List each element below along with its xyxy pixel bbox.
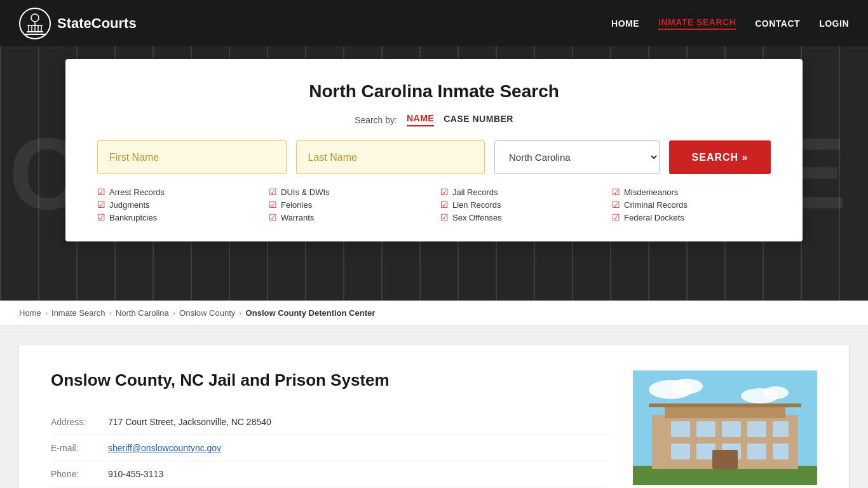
checkbox-criminal-records: ☑ Criminal Records [612,200,771,210]
search-card-title: North Carolina Inmate Search [97,81,771,102]
checkbox-felonies: ☑ Felonies [269,200,428,210]
last-name-input[interactable] [296,140,485,174]
nav-home[interactable]: HOME [611,18,639,29]
breadcrumb-sep-3: › [173,308,175,318]
checkboxes-grid: ☑ Arrest Records ☑ DUIs & DWIs ☑ Jail Re… [97,187,771,222]
tab-case-number[interactable]: CASE NUMBER [444,114,513,126]
building-image [633,370,817,485]
checkbox-label: Federal Dockets [624,213,684,222]
check-icon: ☑ [97,187,105,197]
nav-login[interactable]: LOGIN [819,18,849,29]
page-title: Onslow County, NC Jail and Prison System [51,370,607,390]
check-icon: ☑ [612,187,620,197]
svg-rect-23 [671,444,690,459]
logo[interactable]: StateCourts [19,8,137,39]
check-icon: ☑ [269,212,277,222]
nav-contact[interactable]: CONTACT [755,18,800,29]
checkbox-label: Jail Records [452,187,498,197]
svg-rect-21 [747,421,766,437]
breadcrumb-sep-1: › [45,308,48,318]
check-icon: ☑ [440,200,449,210]
check-icon: ☑ [269,187,277,197]
checkbox-label: Warrants [281,213,314,222]
svg-rect-27 [773,444,789,459]
breadcrumb-nc[interactable]: North Carolina [116,308,169,318]
checkbox-warrants: ☑ Warrants [269,212,428,222]
svg-rect-26 [747,444,766,459]
checkbox-label: Sex Offenses [452,213,502,222]
address-label: Address: [51,409,108,435]
checkbox-misdemeanors: ☑ Misdemeanors [612,187,771,197]
checkbox-lien-records: ☑ Lien Records [440,200,599,210]
svg-point-1 [31,14,39,22]
address-row: Address: 717 Court Street, Jacksonville,… [51,409,607,435]
check-icon: ☑ [97,212,105,222]
svg-rect-22 [773,421,789,437]
nav-inmate-search[interactable]: INMATE SEARCH [658,17,736,30]
content-right [633,370,817,488]
email-link[interactable]: sheriff@onslowcountync.gov [108,443,221,453]
address-value: 717 Court Street, Jacksonville, NC 28540 [108,409,607,435]
checkbox-federal-dockets: ☑ Federal Dockets [612,212,771,222]
hero-section: COURTHOUSE North Carolina Inmate Search … [0,46,868,301]
tab-name[interactable]: NAME [407,113,434,126]
breadcrumb-inmate-search[interactable]: Inmate Search [51,308,105,318]
main-content: Onslow County, NC Jail and Prison System… [0,326,868,488]
content-card: Onslow County, NC Jail and Prison System… [19,345,849,488]
svg-rect-29 [649,403,801,407]
state-select[interactable]: North Carolina Alabama Alaska Arizona Ar… [494,140,660,174]
checkbox-label: Arrest Records [109,187,165,197]
checkbox-label: Lien Records [452,200,501,210]
breadcrumb: Home › Inmate Search › North Carolina › … [0,301,868,326]
checkbox-bankruptcies: ☑ Bankruptcies [97,212,256,222]
check-icon: ☑ [612,200,620,210]
svg-rect-20 [722,421,741,437]
checkbox-judgments: ☑ Judgments [97,200,256,210]
search-button[interactable]: SEARCH » [669,140,771,174]
checkbox-label: Judgments [109,200,150,210]
logo-icon [19,8,51,39]
svg-rect-28 [712,450,738,469]
breadcrumb-current: Onslow County Detention Center [246,308,376,318]
svg-rect-18 [671,421,690,437]
check-icon: ☑ [440,212,449,222]
main-nav: HOME INMATE SEARCH CONTACT LOGIN [611,17,849,30]
svg-rect-19 [696,421,715,437]
search-inputs-row: North Carolina Alabama Alaska Arizona Ar… [97,140,771,174]
site-header: StateCourts HOME INMATE SEARCH CONTACT L… [0,0,868,46]
search-by-label: Search by: [355,115,397,125]
checkbox-label: Felonies [281,200,312,210]
email-label: E-mail: [51,435,108,461]
check-icon: ☑ [269,200,277,210]
email-row: E-mail: sheriff@onslowcountync.gov [51,435,607,461]
breadcrumb-sep-4: › [239,308,241,318]
checkbox-label: Bankruptcies [109,213,157,222]
first-name-input[interactable] [97,140,287,174]
search-card: North Carolina Inmate Search Search by: … [65,59,803,241]
checkbox-label: Criminal Records [624,200,688,210]
check-icon: ☑ [612,212,620,222]
svg-point-14 [763,386,789,399]
checkbox-label: Misdemeanors [624,187,678,197]
checkbox-arrest-records: ☑ Arrest Records [97,187,256,197]
search-by-row: Search by: NAME CASE NUMBER [97,113,771,126]
check-icon: ☑ [97,200,105,210]
phone-label: Phone: [51,461,108,487]
breadcrumb-onslow-county[interactable]: Onslow County [179,308,235,318]
breadcrumb-home[interactable]: Home [19,308,41,318]
phone-row: Phone: 910-455-3113 [51,461,607,487]
checkbox-label: DUIs & DWIs [281,187,330,197]
checkbox-sex-offenses: ☑ Sex Offenses [440,212,599,222]
content-left: Onslow County, NC Jail and Prison System… [51,370,607,488]
checkbox-jail-records: ☑ Jail Records [440,187,599,197]
checkbox-duis-dwis: ☑ DUIs & DWIs [269,187,428,197]
logo-text: StateCourts [57,15,137,32]
check-icon: ☑ [440,187,449,197]
phone-value: 910-455-3113 [108,461,607,487]
breadcrumb-sep-2: › [109,308,112,318]
info-table: Address: 717 Court Street, Jacksonville,… [51,409,607,488]
svg-point-12 [671,379,703,394]
